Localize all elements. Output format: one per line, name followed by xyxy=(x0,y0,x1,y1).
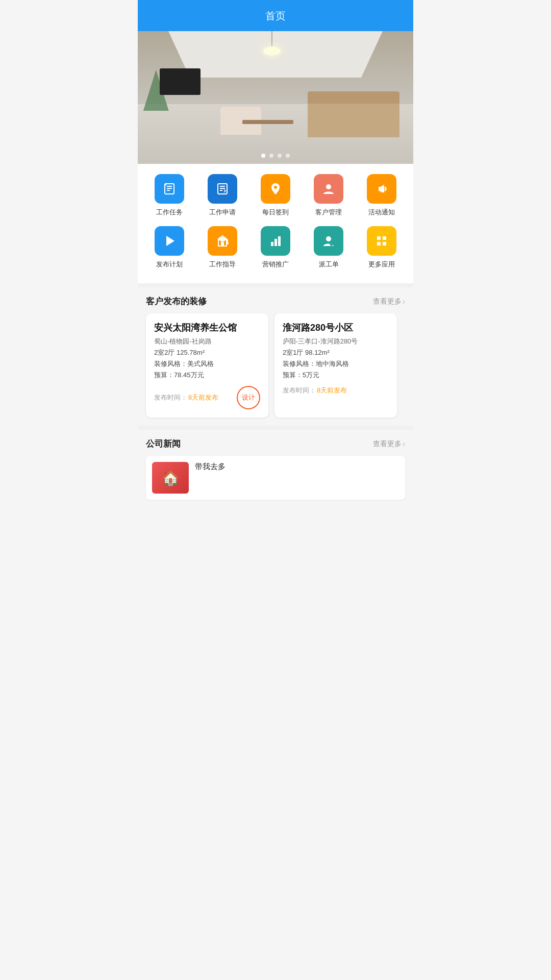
header-title: 首页 xyxy=(265,10,286,21)
icon-grid: 工作任务 工作申请 每日签到 客户 xyxy=(138,164,413,283)
svg-point-20 xyxy=(326,236,331,241)
banner xyxy=(138,31,413,164)
banner-dots xyxy=(261,154,290,158)
svg-marker-12 xyxy=(166,236,174,246)
chevron-right-icon-news: › xyxy=(403,439,405,449)
task-icon xyxy=(155,174,184,204)
icon-guide[interactable]: 工作指导 xyxy=(196,226,249,269)
banner-table xyxy=(242,120,293,124)
guide-label: 工作指导 xyxy=(209,260,236,269)
marketing-label: 营销推广 xyxy=(262,260,289,269)
svg-rect-21 xyxy=(377,236,381,240)
notice-label: 活动通知 xyxy=(368,208,395,217)
icon-notice[interactable]: 活动通知 xyxy=(355,174,408,217)
customer-icon-box xyxy=(314,174,343,204)
banner-sofa xyxy=(308,102,399,137)
customer-label: 客户管理 xyxy=(315,208,342,217)
task-label: 工作任务 xyxy=(156,208,183,217)
more-icon-box xyxy=(367,226,396,256)
divider-2 xyxy=(138,426,413,430)
svg-rect-19 xyxy=(278,236,281,246)
icon-checkin[interactable]: 每日签到 xyxy=(249,174,302,217)
card2-style: 装修风格：地中海风格 xyxy=(283,359,389,369)
news-header: 公司新闻 查看更多 › xyxy=(138,430,413,456)
icon-more[interactable]: 更多应用 xyxy=(355,226,408,269)
card1-time: 发布时间：8天前发布 xyxy=(154,393,218,402)
svg-rect-22 xyxy=(383,236,386,240)
apply-label: 工作申请 xyxy=(209,208,236,217)
icon-task[interactable]: 工作任务 xyxy=(143,174,196,217)
svg-rect-23 xyxy=(377,242,381,246)
card1-style: 装修风格：美式风格 xyxy=(154,359,260,369)
news-content-1: 带我去多 xyxy=(195,462,399,494)
apply-icon-box xyxy=(208,174,237,204)
banner-scene xyxy=(138,31,413,164)
news-more[interactable]: 查看更多 › xyxy=(373,439,405,449)
plan-icon-box xyxy=(155,226,184,256)
renovation-more[interactable]: 查看更多 › xyxy=(373,297,405,306)
card1-footer: 发布时间：8天前发布 设计 xyxy=(154,386,260,409)
header: 首页 xyxy=(138,0,413,31)
card1-budget: 预算：78.45万元 xyxy=(154,371,260,380)
svg-rect-18 xyxy=(274,239,277,246)
marketing-icon-box xyxy=(261,226,290,256)
icon-customer[interactable]: 客户管理 xyxy=(302,174,355,217)
svg-point-9 xyxy=(326,184,331,189)
renovation-card-2: 淮河路280号小区 庐阳-三孝口-淮河路280号 2室1厅 98.12m² 装修… xyxy=(274,313,397,418)
divider-1 xyxy=(138,283,413,287)
svg-point-16 xyxy=(227,242,229,244)
renovation-card-1: 安兴太阳湾养生公馆 蜀山-植物园-社岗路 2室2厅 125.78m² 装修风格：… xyxy=(146,313,268,418)
card2-budget: 预算：5万元 xyxy=(283,371,389,380)
card1-title: 安兴太阳湾养生公馆 xyxy=(154,322,260,334)
icon-dispatch[interactable]: 派工单 xyxy=(302,226,355,269)
icon-apply[interactable]: 工作申请 xyxy=(196,174,249,217)
card2-rooms: 2室1厅 98.12m² xyxy=(283,348,389,357)
banner-dot-1[interactable] xyxy=(261,154,265,158)
renovation-section: 客户发布的装修 查看更多 › 安兴太阳湾养生公馆 蜀山-植物园-社岗路 2室2厅… xyxy=(138,287,413,426)
news-thumb-1: 🏠 xyxy=(152,462,189,494)
notice-icon-box xyxy=(367,174,396,204)
chevron-right-icon: › xyxy=(403,297,405,306)
icon-plan[interactable]: 发布计划 xyxy=(143,226,196,269)
plan-label: 发布计划 xyxy=(156,260,183,269)
card1-rooms: 2室2厅 125.78m² xyxy=(154,348,260,357)
renovation-header: 客户发布的装修 查看更多 › xyxy=(138,287,413,313)
dispatch-icon-box xyxy=(314,226,343,256)
banner-tv xyxy=(160,68,201,95)
card2-title: 淮河路280号小区 xyxy=(283,322,389,334)
checkin-icon-box xyxy=(261,174,290,204)
guide-icon-box xyxy=(208,226,237,256)
card1-design-btn[interactable]: 设计 xyxy=(237,386,260,409)
checkin-label: 每日签到 xyxy=(262,208,289,217)
news-item-1[interactable]: 🏠 带我去多 xyxy=(146,456,405,500)
card2-time: 发布时间：8天前发布 xyxy=(283,386,347,395)
svg-rect-17 xyxy=(271,242,273,246)
card1-location: 蜀山-植物园-社岗路 xyxy=(154,337,260,346)
card2-location: 庐阳-三孝口-淮河路280号 xyxy=(283,337,389,346)
banner-dot-4[interactable] xyxy=(286,154,290,158)
banner-dot-3[interactable] xyxy=(278,154,282,158)
banner-light xyxy=(262,31,282,57)
svg-point-8 xyxy=(274,186,277,189)
news-title-1: 带我去多 xyxy=(195,462,399,472)
news-section: 公司新闻 查看更多 › 🏠 带我去多 xyxy=(138,430,413,510)
more-label: 更多应用 xyxy=(368,260,395,269)
icon-marketing[interactable]: 营销推广 xyxy=(249,226,302,269)
news-title: 公司新闻 xyxy=(146,438,181,450)
renovation-cards: 安兴太阳湾养生公馆 蜀山-植物园-社岗路 2室2厅 125.78m² 装修风格：… xyxy=(138,313,413,426)
card2-footer: 发布时间：8天前发布 xyxy=(283,386,389,395)
svg-rect-24 xyxy=(383,242,386,246)
renovation-title: 客户发布的装修 xyxy=(146,296,207,307)
banner-dot-2[interactable] xyxy=(269,154,273,158)
svg-rect-13 xyxy=(221,242,224,246)
dispatch-label: 派工单 xyxy=(319,260,339,269)
